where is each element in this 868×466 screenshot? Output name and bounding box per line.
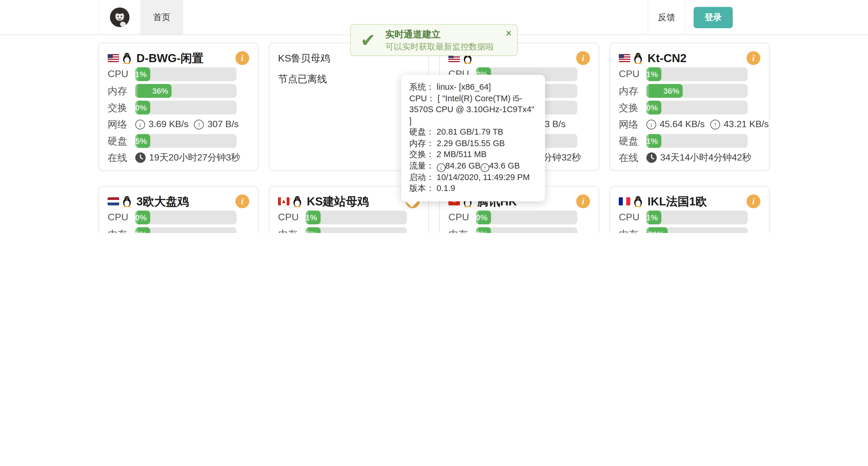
logo-avatar-icon: [110, 7, 130, 28]
site-logo[interactable]: [98, 0, 141, 35]
stat-label: 硬盘: [619, 134, 646, 147]
stat-label: 网络: [619, 118, 646, 131]
uptime-wrap: 34天14小时4分钟42秒: [646, 152, 751, 164]
tooltip-line-value: 2.29 GB/15.55 GB: [437, 138, 505, 147]
info-icon[interactable]: i: [576, 195, 590, 208]
server-name: KS鲁贝母鸡: [278, 52, 330, 65]
progress-fill: 36%: [646, 84, 683, 98]
stat-row: CPU0%: [448, 210, 590, 224]
tooltip-line: 流量： ↓84.26 GB↑43.6 GB: [409, 160, 537, 172]
toast-message: 可以实时获取最新监控数据啦: [385, 41, 494, 52]
progress-track: 1%: [646, 210, 748, 224]
login-button[interactable]: 登录: [693, 7, 733, 28]
stat-row: 交换0%: [107, 101, 249, 114]
server-info-tooltip: 系统： linux- [x86_64]CPU： [ "Intel(R) Core…: [401, 75, 545, 201]
clock-icon: [646, 153, 657, 163]
info-icon[interactable]: i: [747, 51, 761, 65]
tooltip-line-label: 交换：: [409, 149, 434, 159]
stat-label: 内存: [619, 84, 646, 98]
info-icon[interactable]: i: [747, 195, 761, 208]
progress-value: 1%: [646, 70, 661, 79]
server-stats: CPU1%内存15%交换0%网络↓47 KB/s↑39.32 KB/s硬盘1%在…: [278, 210, 420, 233]
progress-fill: 0%: [476, 210, 491, 224]
upload-speed: 307 B/s: [208, 119, 239, 129]
progress-fill: 0%: [135, 101, 150, 114]
uptime-value: 34天14小时4分钟42秒: [660, 152, 751, 164]
stat-row: 内存36%: [619, 84, 761, 98]
tooltip-line: CPU： [ "Intel(R) Core(TM) i5-3570S CPU @…: [409, 93, 537, 127]
progress-track: 1%: [135, 67, 237, 81]
progress-value: 1%: [646, 213, 661, 222]
info-icon[interactable]: i: [236, 195, 249, 208]
server-name: 3欧大盘鸡: [136, 194, 189, 209]
tooltip-line-label: 硬盘：: [409, 127, 434, 136]
server-name: KS建站母鸡: [307, 194, 369, 209]
tooltip-line-value: 20.81 GB/1.79 TB: [437, 127, 503, 136]
linux-penguin-icon: [633, 196, 643, 207]
progress-fill: 1%: [646, 67, 661, 81]
stat-label: 内存: [107, 84, 135, 98]
info-icon[interactable]: i: [236, 51, 249, 65]
stat-label: 硬盘: [107, 134, 135, 147]
feedback-label: 反馈: [658, 12, 675, 23]
tooltip-line-label: 内存：: [409, 138, 434, 147]
stat-row: 网络↓3.69 KB/s↑307 B/s: [107, 118, 249, 131]
stat-label: CPU: [107, 68, 135, 80]
tooltip-line: 硬盘： 20.81 GB/1.79 TB: [409, 127, 537, 138]
progress-track: 0%: [476, 210, 577, 224]
progress-value: 6%: [135, 230, 150, 233]
stat-label: 网络: [107, 118, 135, 131]
tooltip-line: 启动： 10/14/2020, 11:49:29 PM: [409, 172, 537, 183]
upload-icon: ↑: [480, 163, 489, 172]
server-title-row: 3欧大盘鸡 i: [107, 193, 249, 209]
upload-speed: 43.21 KB/s: [724, 119, 769, 129]
dashboard-page: 首页 反馈 登录: [0, 0, 868, 233]
linux-penguin-icon: [122, 52, 132, 64]
stat-row: 在线34天14小时4分钟42秒: [619, 151, 761, 165]
stat-label: CPU: [619, 212, 646, 223]
stat-row: 内存6%: [107, 227, 249, 233]
server-stats: CPU1%内存36%交换0%网络↓3.69 KB/s↑307 B/s硬盘15%在…: [107, 67, 249, 165]
server-stats: CPU1%内存36%交换0%网络↓45.64 KB/s↑43.21 KB/s硬盘…: [619, 67, 761, 165]
tooltip-line-label: 启动：: [409, 173, 434, 182]
close-icon[interactable]: ×: [506, 29, 512, 38]
progress-fill: 1%: [306, 210, 320, 224]
stat-row: 内存3%: [448, 227, 590, 233]
nav-tab-home-label: 首页: [153, 12, 170, 23]
tooltip-line: 交换： 2 MB/511 MB: [409, 149, 537, 160]
server-title-row: IKL法国1欧 i: [619, 193, 761, 209]
download-icon: ↓: [646, 120, 656, 129]
tooltip-line-value: linux- [x86_64]: [437, 82, 491, 92]
tooltip-line-value: 2 MB/511 MB: [437, 149, 487, 159]
traffic-down-value: 84.26 GB: [445, 161, 480, 170]
progress-fill: 15%: [306, 227, 321, 233]
stat-label: 内存: [107, 228, 135, 233]
upload-icon: ↑: [711, 120, 720, 129]
server-name: IKL法国1欧: [648, 194, 707, 209]
progress-value: 1%: [306, 213, 320, 222]
progress-value: 15%: [306, 230, 321, 233]
progress-value: 0%: [135, 103, 150, 112]
progress-fill: 0%: [135, 210, 150, 224]
tooltip-line: 版本： 0.1.9: [409, 183, 537, 195]
progress-value: 3%: [476, 230, 491, 233]
check-icon: ✔: [351, 25, 385, 55]
stat-label: CPU: [278, 212, 306, 223]
server-title-row: KS建站母鸡 i: [278, 193, 420, 209]
server-card: Kt-CN2 i CPU1%内存36%交换0%网络↓45.64 KB/s↑43.…: [610, 42, 770, 171]
linux-penguin-icon: [633, 52, 643, 64]
toast-title: 实时通道建立: [385, 28, 494, 41]
flag-us-icon: [107, 54, 119, 62]
progress-track: 15%: [306, 227, 407, 233]
progress-fill: 1%: [135, 67, 150, 81]
nav-tab-home[interactable]: 首页: [141, 0, 183, 35]
feedback-link[interactable]: 反馈: [648, 0, 685, 35]
stat-label: 交换: [107, 101, 135, 114]
navbar-right: 反馈 登录: [648, 0, 733, 35]
tooltip-line-label: 系统：: [409, 82, 434, 92]
progress-track: 1%: [306, 210, 407, 224]
progress-value: 36%: [152, 86, 172, 96]
info-icon[interactable]: i: [576, 51, 590, 65]
progress-value: 15%: [135, 136, 151, 145]
progress-value: 0%: [135, 213, 150, 222]
